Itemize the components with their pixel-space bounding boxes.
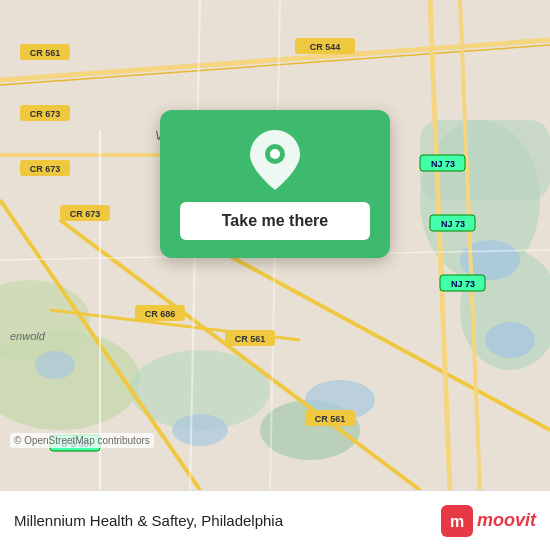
svg-point-9 xyxy=(485,322,535,358)
svg-text:CR 561: CR 561 xyxy=(235,334,266,344)
svg-text:NJ 73: NJ 73 xyxy=(441,219,465,229)
map-container: CR 544 CR 561 CR 673 CR 673 CR 673 CR 56… xyxy=(0,0,550,490)
svg-text:CR 673: CR 673 xyxy=(30,164,61,174)
svg-text:enwold: enwold xyxy=(10,330,46,342)
svg-text:CR 561: CR 561 xyxy=(315,414,346,424)
svg-text:CR 561: CR 561 xyxy=(30,48,61,58)
svg-text:NJ 73: NJ 73 xyxy=(451,279,475,289)
moovit-label: moovit xyxy=(477,510,536,531)
location-name: Millennium Health & Saftey, Philadelphia xyxy=(14,512,441,529)
take-me-there-button[interactable]: Take me there xyxy=(180,202,370,240)
svg-text:CR 686: CR 686 xyxy=(145,309,176,319)
svg-text:CR 673: CR 673 xyxy=(30,109,61,119)
svg-text:m: m xyxy=(450,513,464,530)
svg-point-55 xyxy=(270,149,280,159)
moovit-logo: m moovit xyxy=(441,505,536,537)
svg-text:NJ 73: NJ 73 xyxy=(431,159,455,169)
moovit-icon: m xyxy=(441,505,473,537)
svg-text:CR 544: CR 544 xyxy=(310,42,341,52)
action-card: Take me there xyxy=(160,110,390,258)
copyright-text: © OpenStreetMap contributors xyxy=(10,433,154,448)
svg-point-11 xyxy=(172,414,228,446)
bottom-bar: Millennium Health & Saftey, Philadelphia… xyxy=(0,490,550,550)
svg-text:CR 673: CR 673 xyxy=(70,209,101,219)
svg-point-12 xyxy=(35,351,75,379)
location-pin-icon xyxy=(250,130,300,190)
